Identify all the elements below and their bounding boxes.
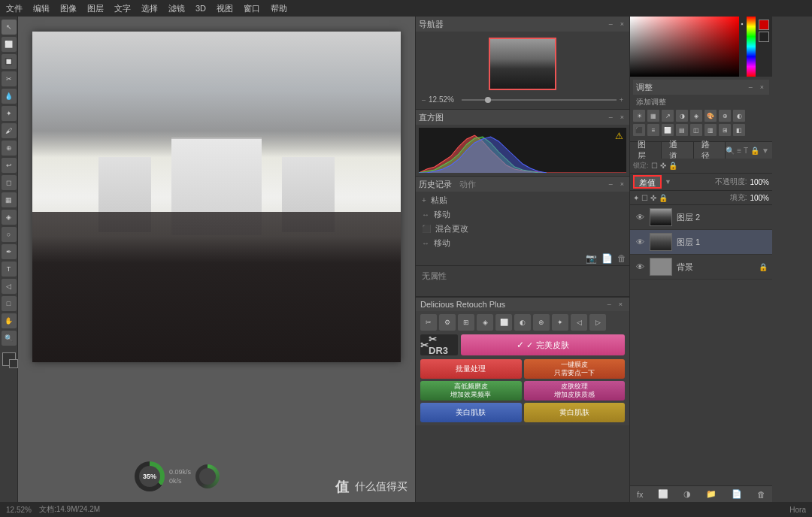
layers-search-icon[interactable]: 🔍 bbox=[726, 147, 735, 155]
adj-levels-icon[interactable]: ▦ bbox=[647, 110, 659, 122]
history-collapse-btn[interactable]: – bbox=[607, 180, 615, 189]
color-picker-area[interactable] bbox=[630, 17, 772, 77]
nav-thumbnail[interactable] bbox=[489, 38, 556, 90]
hand-tool[interactable]: ✋ bbox=[2, 313, 17, 328]
opacity-value[interactable]: 100% bbox=[750, 178, 769, 186]
adj-bw-icon[interactable]: ◐ bbox=[733, 110, 745, 122]
history-header[interactable]: 历史记录 动作 – × bbox=[416, 177, 629, 192]
oneclick-button[interactable]: 一键膜皮只需要点一下 bbox=[524, 359, 626, 379]
adj-posterize-icon[interactable]: ▤ bbox=[676, 124, 688, 136]
lock-pixels-icon[interactable]: ☐ bbox=[651, 162, 658, 170]
adj-select-color-icon[interactable]: ⊞ bbox=[719, 124, 731, 136]
lock-1-icon[interactable]: ✦ bbox=[633, 194, 639, 202]
adj-photofilter-icon[interactable]: ⬛ bbox=[633, 124, 645, 136]
tab-channels[interactable]: 通道 bbox=[662, 142, 693, 159]
layers-panel-menu-icon[interactable]: ▼ bbox=[762, 147, 769, 155]
zoom-slider[interactable] bbox=[462, 99, 617, 101]
add-adjustment-button[interactable]: ◑ bbox=[681, 488, 693, 500]
history-item-move[interactable]: ↔ 移动 bbox=[416, 207, 629, 222]
create-group-button[interactable]: 📁 bbox=[704, 488, 719, 500]
history-snapshot-icon[interactable]: 📷 bbox=[586, 253, 597, 264]
dr-tool-8[interactable]: ✦ bbox=[552, 314, 568, 331]
blend-mode-dropdown-icon[interactable]: ▼ bbox=[665, 178, 671, 186]
lock-3-icon[interactable]: ✜ bbox=[650, 194, 656, 202]
adj-exposure-icon[interactable]: ◑ bbox=[676, 110, 688, 122]
adj-collapse-btn[interactable]: – bbox=[747, 83, 755, 92]
navigator-close-btn[interactable]: × bbox=[618, 20, 626, 29]
layer-2-visibility-icon[interactable]: 👁 bbox=[635, 212, 645, 222]
dodge-tool[interactable]: ○ bbox=[2, 227, 17, 242]
eyedropper-tool[interactable]: 💧 bbox=[2, 89, 17, 104]
blend-mode-value[interactable]: 差值 bbox=[633, 175, 662, 189]
menu-item-image[interactable]: 图像 bbox=[60, 3, 77, 14]
adj-gradient-icon[interactable]: ▥ bbox=[704, 124, 717, 136]
history-new-icon[interactable]: 📄 bbox=[601, 253, 613, 264]
layer-1-thumbnail[interactable] bbox=[650, 233, 672, 251]
bg-thumbnail[interactable] bbox=[650, 258, 672, 276]
actions-tab[interactable]: 动作 bbox=[459, 179, 476, 190]
foreground-color-large[interactable] bbox=[759, 20, 769, 30]
dr-tool-3[interactable]: ⊞ bbox=[458, 314, 474, 331]
whiten-button[interactable]: 美白肌肤 bbox=[420, 403, 522, 422]
adj-vibrance-icon[interactable]: ◈ bbox=[690, 110, 702, 122]
adj-curves-icon[interactable]: ↗ bbox=[662, 110, 674, 122]
adj-color-balance-icon[interactable]: ⊕ bbox=[719, 110, 731, 122]
bg-visibility-icon[interactable]: 👁 bbox=[635, 262, 645, 272]
batch-process-button[interactable]: 批量处理 bbox=[420, 359, 522, 379]
dr-tool-4[interactable]: ◈ bbox=[477, 314, 493, 331]
add-mask-button[interactable]: ⬜ bbox=[656, 488, 671, 500]
add-style-button[interactable]: fx bbox=[635, 488, 646, 500]
canvas-area[interactable]: 35% 0.09k/s 0k/s 值 什么值得买 bbox=[18, 17, 415, 502]
history-brush-tool[interactable]: ↩ bbox=[2, 158, 17, 173]
layers-lock-icon[interactable]: 🔒 bbox=[750, 147, 759, 155]
dr-collapse-btn[interactable]: – bbox=[605, 300, 614, 309]
path-select-tool[interactable]: ◁ bbox=[2, 279, 17, 294]
zoom-in-icon[interactable]: + bbox=[620, 96, 623, 104]
history-close-btn[interactable]: × bbox=[618, 180, 626, 189]
dr-tool-7[interactable]: ⊕ bbox=[533, 314, 550, 331]
menu-item-filter[interactable]: 滤镜 bbox=[168, 3, 185, 14]
menu-item-layer[interactable]: 图层 bbox=[87, 3, 104, 14]
lasso-tool[interactable]: 🔲 bbox=[2, 54, 17, 69]
dr-tool-10[interactable]: ▷ bbox=[589, 314, 606, 331]
select-rect-tool[interactable]: ⬜ bbox=[2, 37, 17, 52]
dr3-logo[interactable]: ✂ ✂ DR3 bbox=[420, 334, 458, 355]
layer-2-thumbnail[interactable] bbox=[650, 208, 672, 226]
menu-item-window[interactable]: 窗口 bbox=[244, 3, 260, 14]
layer-item-2[interactable]: 👁 图层 2 bbox=[630, 205, 772, 230]
move-tool[interactable]: ↖ bbox=[2, 20, 17, 35]
navigator-collapse-btn[interactable]: – bbox=[607, 20, 615, 29]
delete-layer-button[interactable]: 🗑 bbox=[755, 488, 768, 500]
history-item-paste[interactable]: + 粘贴 bbox=[416, 193, 629, 207]
foreground-color-swatch[interactable] bbox=[2, 352, 16, 366]
menu-item-text[interactable]: 文字 bbox=[114, 3, 131, 14]
history-tab[interactable]: 历史记录 bbox=[419, 179, 452, 190]
layers-options-icon[interactable]: ≡ bbox=[737, 147, 741, 155]
background-color-large[interactable] bbox=[759, 32, 769, 42]
menu-item-help[interactable]: 帮助 bbox=[271, 3, 287, 14]
menu-item-3d[interactable]: 3D bbox=[195, 4, 206, 13]
wrinkle-button[interactable]: 皮肤纹理增加皮肤质感 bbox=[524, 381, 626, 401]
adj-channelmix-icon[interactable]: ≡ bbox=[647, 124, 659, 136]
dr-close-btn[interactable]: × bbox=[617, 300, 625, 309]
dr-tool-6[interactable]: ◐ bbox=[514, 314, 531, 331]
dr-tool-9[interactable]: ◁ bbox=[571, 314, 587, 331]
history-item-move2[interactable]: ↔ 移动 bbox=[416, 236, 629, 250]
zoom-tool[interactable]: 🔍 bbox=[2, 331, 17, 346]
highpass-button[interactable]: 高低频磨皮增加效果频率 bbox=[420, 381, 522, 401]
adj-brightness-icon[interactable]: ☀ bbox=[633, 110, 645, 122]
eraser-tool[interactable]: ◻ bbox=[2, 175, 17, 190]
adj-threshold-icon[interactable]: ◫ bbox=[690, 124, 702, 136]
history-item-blend[interactable]: ⬛ 混合更改 bbox=[416, 222, 629, 236]
histogram-header[interactable]: 直方图 – × bbox=[416, 110, 629, 125]
crop-tool[interactable]: ✂ bbox=[2, 71, 17, 86]
shape-tool[interactable]: □ bbox=[2, 296, 17, 311]
create-layer-button[interactable]: 📄 bbox=[729, 488, 744, 500]
menu-item-edit[interactable]: 编辑 bbox=[33, 3, 50, 14]
dr-tool-2[interactable]: ⚙ bbox=[439, 314, 456, 331]
brush-tool[interactable]: 🖌 bbox=[2, 123, 17, 138]
blur-tool[interactable]: ◈ bbox=[2, 210, 17, 225]
adjustments-header[interactable]: 调整 – × bbox=[633, 80, 769, 95]
dr-header[interactable]: Delicious Retouch Plus – × bbox=[416, 298, 629, 311]
navigator-header[interactable]: 导航器 – × bbox=[416, 17, 629, 32]
